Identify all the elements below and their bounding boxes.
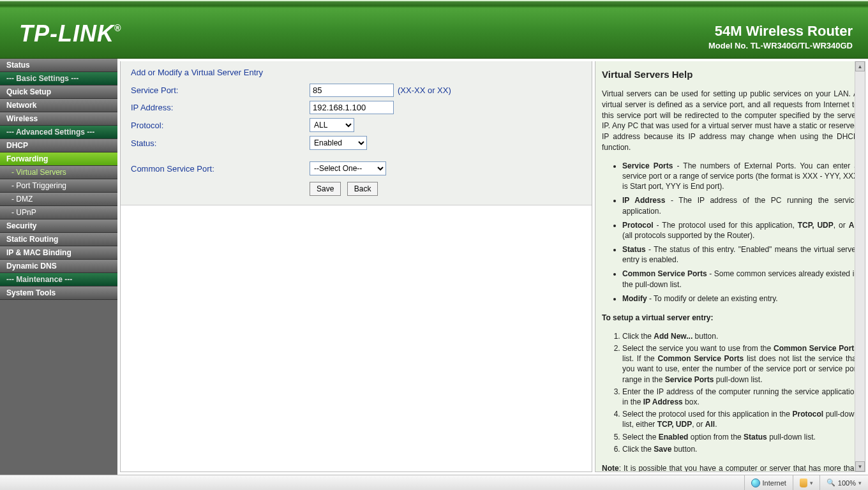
- help-step: Enter the IP address of the computer run…: [622, 387, 858, 407]
- status-select[interactable]: Enabled: [310, 136, 367, 150]
- common-service-select[interactable]: --Select One--: [310, 161, 386, 175]
- nav-wireless[interactable]: Wireless: [0, 112, 117, 126]
- nav-ip-mac-binding[interactable]: IP & MAC Binding: [0, 246, 117, 260]
- form-title: Add or Modify a Virtual Server Entry: [131, 68, 581, 77]
- help-bullet: Service Ports - The numbers of External …: [622, 161, 858, 192]
- nav-static-routing[interactable]: Static Routing: [0, 233, 117, 246]
- save-button[interactable]: Save: [310, 182, 341, 196]
- help-step: Select the Enabled option from the Statu…: [622, 432, 858, 442]
- model-number: Model No. TL-WR340G/TL-WR340GD: [708, 41, 853, 50]
- status-protected-mode[interactable]: ▾: [793, 475, 819, 490]
- nav-port-triggering[interactable]: - Port Triggering: [0, 179, 117, 193]
- nav-quick-setup[interactable]: Quick Setup: [0, 85, 117, 99]
- status-label: Status:: [131, 138, 310, 148]
- brand-logo: TP-LINK®: [19, 20, 121, 47]
- nav-section-basic: --- Basic Settings ---: [0, 72, 117, 85]
- common-service-label: Common Service Port:: [131, 164, 310, 174]
- nav-dynamic-dns[interactable]: Dynamic DNS: [0, 260, 117, 273]
- status-zoom[interactable]: 🔍100% ▾: [819, 475, 868, 490]
- nav-upnp[interactable]: - UPnP: [0, 206, 117, 219]
- protocol-label: Protocol:: [131, 121, 310, 130]
- nav-security[interactable]: Security: [0, 219, 117, 233]
- service-port-hint: (XX-XX or XX): [398, 85, 451, 95]
- nav-dhcp[interactable]: DHCP: [0, 139, 117, 152]
- browser-statusbar: Internet ▾ 🔍100% ▾: [0, 475, 868, 490]
- scroll-down-icon[interactable]: ▼: [855, 461, 865, 471]
- help-bullet: Status - The status of this entry. "Enab…: [622, 244, 858, 265]
- globe-icon: [751, 479, 760, 487]
- help-step: Click the Save button.: [622, 444, 858, 454]
- ip-address-label: IP Address:: [131, 103, 310, 112]
- protocol-select[interactable]: ALL: [310, 118, 354, 132]
- nav-section-advanced: --- Advanced Settings ---: [0, 126, 117, 139]
- nav-status[interactable]: Status: [0, 59, 117, 72]
- help-bullet: Protocol - The protocol used for this ap…: [622, 220, 858, 241]
- service-port-label: Service Port:: [131, 85, 310, 95]
- nav-forwarding[interactable]: Forwarding: [0, 152, 117, 166]
- nav-system-tools[interactable]: System Tools: [0, 286, 117, 300]
- nav-dmz[interactable]: - DMZ: [0, 193, 117, 206]
- nav-network[interactable]: Network: [0, 99, 117, 112]
- help-panel: Virtual Servers Help Virtual servers can…: [595, 61, 865, 472]
- header-banner: TP-LINK® 54M Wireless Router Model No. T…: [0, 0, 868, 59]
- back-button[interactable]: Back: [347, 182, 378, 196]
- ip-address-input[interactable]: [310, 101, 394, 114]
- help-setup-heading: To setup a virtual server entry:: [602, 313, 858, 323]
- help-bullet: IP Address - The IP address of the PC ru…: [622, 195, 858, 216]
- help-title: Virtual Servers Help: [602, 69, 858, 80]
- product-title: 54M Wireless Router: [708, 23, 853, 40]
- help-bullet: Common Service Ports - Some common servi…: [622, 269, 858, 289]
- nav-sidebar: Status --- Basic Settings --- Quick Setu…: [0, 59, 117, 475]
- nav-virtual-servers[interactable]: - Virtual Servers: [0, 166, 117, 179]
- help-step: Select the protocol used for this applic…: [622, 409, 858, 429]
- nav-section-maintenance: --- Maintenance ---: [0, 273, 117, 286]
- status-internet-zone[interactable]: Internet: [744, 475, 793, 490]
- shield-icon: [800, 479, 807, 487]
- help-scrollbar[interactable]: ▲ ▼: [855, 61, 865, 471]
- service-port-input[interactable]: [310, 84, 394, 97]
- help-intro: Virtual servers can be used for setting …: [602, 89, 858, 153]
- help-note: Note: It is possible that you have a com…: [602, 463, 858, 472]
- help-bullet: Modify - To modify or delete an existing…: [622, 293, 858, 304]
- content-panel: Add or Modify a Virtual Server Entry Ser…: [120, 61, 592, 472]
- scroll-up-icon[interactable]: ▲: [855, 61, 865, 71]
- help-step: Select the service you want to use from …: [622, 343, 858, 385]
- help-step: Click the Add New... button.: [622, 331, 858, 341]
